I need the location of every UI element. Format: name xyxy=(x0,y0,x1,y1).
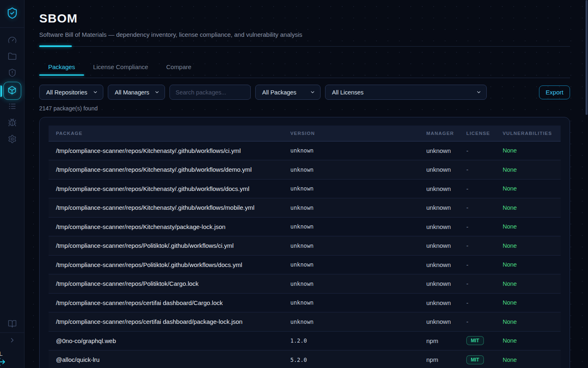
license-cell: - xyxy=(466,236,503,256)
tab-packages[interactable]: Packages xyxy=(39,59,84,78)
manager-cell: unknown xyxy=(426,198,466,218)
package-cube-icon xyxy=(7,85,17,96)
license-badge: MIT xyxy=(466,355,484,364)
table-row[interactable]: /tmp/compliance-scanner/repos/Kitchenast… xyxy=(49,198,561,218)
page-title: SBOM xyxy=(39,11,570,25)
vulnerabilities-cell: None xyxy=(503,236,561,256)
vulnerabilities-cell: None xyxy=(503,217,561,236)
sidebar-item-reports[interactable] xyxy=(3,99,21,115)
license-cell: - xyxy=(466,198,503,218)
logout-icon[interactable] xyxy=(0,357,6,368)
table-row[interactable]: @0no-co/graphql.web1.2.0npmMITNone xyxy=(49,331,561,350)
package-cell: /tmp/compliance-scanner/repos/Kitchenast… xyxy=(49,217,290,236)
package-cell: /tmp/compliance-scanner/repos/Politiktok… xyxy=(49,274,290,294)
license-cell: - xyxy=(466,179,503,198)
table-row[interactable]: /tmp/compliance-scanner/repos/certifai d… xyxy=(49,312,561,332)
sidebar-item-docs[interactable] xyxy=(0,317,24,332)
table-row[interactable]: /tmp/compliance-scanner/repos/Politiktok… xyxy=(49,236,561,256)
repositories-select[interactable]: All Repositories xyxy=(39,85,103,100)
vulnerabilities-cell: None xyxy=(503,160,561,180)
package-cell: /tmp/compliance-scanner/repos/Kitchenast… xyxy=(49,198,290,218)
sidebar-item-repositories[interactable] xyxy=(3,49,21,65)
manager-cell: unknown xyxy=(426,274,466,294)
table-row[interactable]: /tmp/compliance-scanner/repos/Kitchenast… xyxy=(49,217,561,236)
sidebar-item-security[interactable] xyxy=(3,65,21,82)
version-cell: unknown xyxy=(290,217,426,236)
package-cell: @0no-co/graphql.web xyxy=(49,331,290,350)
managers-select[interactable]: All Managers xyxy=(108,85,165,100)
export-button[interactable]: Export xyxy=(539,85,570,99)
licenses-select-value: All Licenses xyxy=(332,89,363,96)
sidebar-collapse-button[interactable] xyxy=(0,333,24,349)
table-row[interactable]: @alloc/quick-lru5.2.0npmMITNone xyxy=(49,350,561,368)
bug-icon xyxy=(8,118,17,129)
main-content: SBOM Software Bill of Materials — depend… xyxy=(24,0,588,368)
column-header-version: VERSION xyxy=(290,126,426,141)
package-cell: @alloc/quick-lru xyxy=(49,350,290,368)
license-badge: MIT xyxy=(466,336,484,345)
version-cell: 1.2.0 xyxy=(290,331,426,350)
version-cell: 5.2.0 xyxy=(290,350,426,368)
version-cell: unknown xyxy=(290,198,426,218)
packages-select[interactable]: All Packages xyxy=(255,85,321,100)
column-header-package: PACKAGE xyxy=(49,126,290,141)
vulnerabilities-cell: None xyxy=(503,274,561,294)
manager-cell: npm xyxy=(426,331,466,350)
list-icon xyxy=(8,102,17,112)
vertical-scrollbar-thumb[interactable] xyxy=(586,0,588,115)
title-divider xyxy=(39,45,570,47)
package-cell: /tmp/compliance-scanner/repos/certifai d… xyxy=(49,293,290,312)
package-cell: /tmp/compliance-scanner/repos/Kitchenast… xyxy=(49,179,290,198)
column-header-vulnerabilities: VULNERABILITIES xyxy=(503,126,561,141)
chevron-down-icon xyxy=(93,90,98,95)
table-row[interactable]: /tmp/compliance-scanner/repos/Kitchenast… xyxy=(49,160,561,180)
licenses-select[interactable]: All Licenses xyxy=(325,85,487,100)
table-row[interactable]: /tmp/compliance-scanner/repos/Politiktok… xyxy=(49,274,561,294)
package-cell: /tmp/compliance-scanner/repos/Kitchenast… xyxy=(49,160,290,180)
version-cell: unknown xyxy=(290,293,426,312)
license-cell: MIT xyxy=(466,350,503,368)
vulnerabilities-cell: None xyxy=(503,312,561,332)
version-cell: unknown xyxy=(290,160,426,180)
book-icon xyxy=(8,319,17,330)
chevron-right-icon xyxy=(9,337,16,346)
table-row[interactable]: /tmp/compliance-scanner/repos/Kitchenast… xyxy=(49,179,561,198)
page-subtitle: Software Bill of Materials — dependency … xyxy=(39,31,570,38)
license-cell: - xyxy=(466,141,503,160)
repositories-select-value: All Repositories xyxy=(46,89,87,96)
table-row[interactable]: /tmp/compliance-scanner/repos/certifai d… xyxy=(49,293,561,312)
tab-compare[interactable]: Compare xyxy=(157,59,200,78)
shield-check-icon xyxy=(6,7,18,21)
vulnerabilities-cell: None xyxy=(503,293,561,312)
manager-cell: unknown xyxy=(426,141,466,160)
license-cell: - xyxy=(466,160,503,180)
result-count: 2147 package(s) found xyxy=(39,105,570,112)
license-cell: - xyxy=(466,293,503,312)
sidebar xyxy=(0,0,24,368)
manager-cell: unknown xyxy=(426,236,466,256)
column-header-manager: MANAGER xyxy=(426,126,466,141)
manager-cell: unknown xyxy=(426,255,466,274)
package-cell: /tmp/compliance-scanner/repos/Kitchenast… xyxy=(49,141,290,160)
sidebar-nav xyxy=(0,33,24,148)
sidebar-item-settings[interactable] xyxy=(3,132,21,148)
sidebar-item-dashboard[interactable] xyxy=(3,33,21,49)
packages-table-card: PACKAGE VERSION MANAGER LICENSE VULNERAB… xyxy=(39,117,570,368)
app-logo[interactable] xyxy=(0,0,24,28)
shield-alert-icon xyxy=(8,68,17,79)
sidebar-item-sbom-packages[interactable] xyxy=(3,82,21,100)
gear-icon xyxy=(8,135,17,145)
version-cell: unknown xyxy=(290,141,426,160)
active-indicator-bar xyxy=(0,85,2,97)
table-header-row: PACKAGE VERSION MANAGER LICENSE VULNERAB… xyxy=(49,126,561,141)
license-cell: - xyxy=(466,217,503,236)
vulnerabilities-cell: None xyxy=(503,255,561,274)
search-input[interactable] xyxy=(176,89,245,96)
sidebar-item-vulnerabilities[interactable] xyxy=(3,115,21,132)
table-row[interactable]: /tmp/compliance-scanner/repos/Kitchenast… xyxy=(49,141,561,160)
tab-license-compliance[interactable]: License Compliance xyxy=(84,59,157,78)
license-cell: - xyxy=(466,274,503,294)
table-row[interactable]: /tmp/compliance-scanner/repos/Politiktok… xyxy=(49,255,561,274)
version-cell: unknown xyxy=(290,274,426,294)
vulnerabilities-cell: None xyxy=(503,179,561,198)
